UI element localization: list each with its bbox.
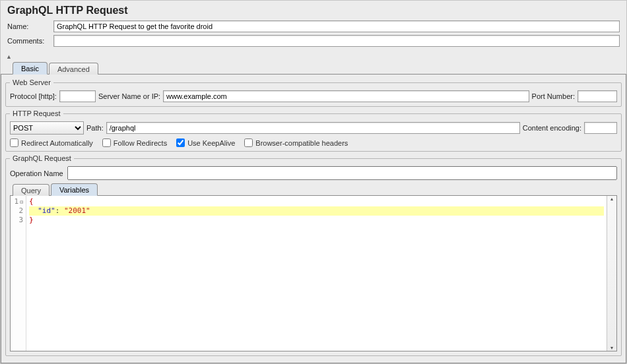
graphql-request-group: GraphQL Request Operation Name Query Var… xyxy=(5,154,622,356)
chk-redirect-auto[interactable] xyxy=(10,138,18,147)
path-input[interactable] xyxy=(106,122,520,134)
name-label: Name: xyxy=(7,22,53,30)
editor-scrollbar[interactable]: ▴ ▾ xyxy=(607,196,616,351)
path-label: Path: xyxy=(86,124,104,132)
http-request-group: HTTP Request POST Path: Content encoding… xyxy=(5,109,622,152)
fold-icon[interactable]: ⊟ xyxy=(20,198,23,207)
server-input[interactable] xyxy=(163,90,529,102)
port-input[interactable] xyxy=(578,90,617,102)
graphql-request-legend: GraphQL Request xyxy=(10,154,74,162)
graphql-inner-tab-strip: Query Variables xyxy=(10,183,617,196)
chk-follow-redirects[interactable] xyxy=(102,138,111,147)
tab-variables[interactable]: Variables xyxy=(51,183,98,196)
comments-input[interactable] xyxy=(53,35,620,47)
http-method-select[interactable]: POST xyxy=(10,121,84,135)
server-label: Server Name or IP: xyxy=(98,92,160,100)
tab-basic[interactable]: Basic xyxy=(13,62,48,75)
web-server-legend: Web Server xyxy=(10,78,53,86)
editor-code[interactable]: { "id": "2001" } xyxy=(26,196,607,351)
tab-advanced[interactable]: Advanced xyxy=(49,63,98,75)
port-label: Port Number: xyxy=(532,92,575,100)
variables-editor[interactable]: 1⊟ 2 3 { "id": "2001" } ▴ ▾ xyxy=(10,196,617,351)
option-browser-headers[interactable]: Browser-compatible headers xyxy=(244,138,348,147)
operation-name-label: Operation Name xyxy=(10,169,63,177)
tab-panel-basic: Web Server Protocol [http]: Server Name … xyxy=(1,75,626,363)
option-follow-redirects[interactable]: Follow Redirects xyxy=(102,138,167,147)
collapse-handle-icon[interactable]: ▲ xyxy=(1,52,626,61)
header-block: GraphQL HTTP Request Name: Comments: xyxy=(1,1,626,52)
operation-name-input[interactable] xyxy=(67,166,617,180)
chk-browser-headers[interactable] xyxy=(244,138,253,147)
http-request-legend: HTTP Request xyxy=(10,109,63,117)
protocol-input[interactable] xyxy=(59,90,96,102)
top-tab-strip: Basic Advanced xyxy=(1,61,626,75)
panel-root: GraphQL HTTP Request Name: Comments: ▲ B… xyxy=(0,0,627,364)
editor-current-line: "id": "2001" xyxy=(29,206,604,216)
encoding-input[interactable] xyxy=(584,122,617,134)
comments-label: Comments: xyxy=(7,37,53,45)
encoding-label: Content encoding: xyxy=(523,124,581,132)
page-title: GraphQL HTTP Request xyxy=(7,5,620,16)
name-input[interactable] xyxy=(53,20,620,32)
web-server-group: Web Server Protocol [http]: Server Name … xyxy=(5,78,622,107)
protocol-label: Protocol [http]: xyxy=(10,92,57,100)
editor-gutter: 1⊟ 2 3 xyxy=(11,196,26,351)
scroll-up-icon[interactable]: ▴ xyxy=(610,196,613,202)
chk-keep-alive[interactable] xyxy=(176,138,185,147)
option-keep-alive[interactable]: Use KeepAlive xyxy=(176,138,235,147)
tab-query[interactable]: Query xyxy=(13,184,50,196)
option-redirect-automatically[interactable]: Redirect Automatically xyxy=(10,138,93,147)
scroll-down-icon[interactable]: ▾ xyxy=(610,345,613,351)
